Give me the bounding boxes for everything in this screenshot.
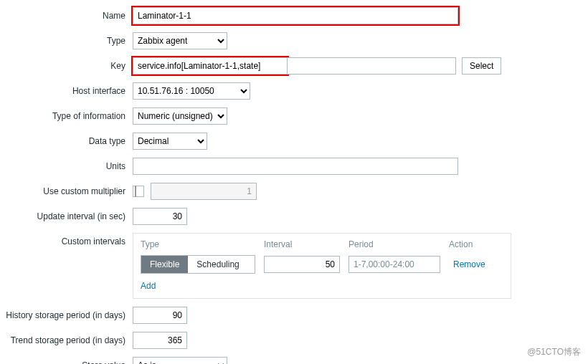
store-value-select[interactable]: As is <box>133 357 227 364</box>
scheduling-button[interactable]: Scheduling <box>188 256 247 273</box>
data-type-select[interactable]: Decimal <box>133 133 207 150</box>
units-label: Units <box>0 158 133 171</box>
multiplier-input <box>151 183 257 200</box>
update-interval-label: Update interval (in sec) <box>0 208 133 221</box>
history-storage-input[interactable] <box>133 307 187 324</box>
update-interval-input[interactable] <box>133 208 187 225</box>
add-link[interactable]: Add <box>141 281 156 291</box>
type-info-select[interactable]: Numeric (unsigned) <box>133 107 227 125</box>
multiplier-label: Use custom multiplier <box>0 183 133 196</box>
type-select[interactable]: Zabbix agent <box>133 32 227 49</box>
remove-link[interactable]: Remove <box>453 259 485 269</box>
interval-type-toggle: Flexible Scheduling <box>141 255 255 274</box>
trend-storage-label: Trend storage period (in days) <box>0 332 133 345</box>
custom-intervals-box: Type Interval Period Action Flexible Sch… <box>133 233 511 299</box>
name-label: Name <box>0 7 133 21</box>
type-label: Type <box>0 32 133 46</box>
intervals-header-period: Period <box>348 239 449 249</box>
select-button[interactable]: Select <box>462 57 501 75</box>
key-input-rest[interactable] <box>288 57 456 75</box>
intervals-header-action: Action <box>449 239 492 249</box>
custom-intervals-label: Custom intervals <box>0 233 133 246</box>
interval-value-input[interactable] <box>264 256 340 273</box>
intervals-header-type: Type <box>141 239 264 249</box>
key-input[interactable] <box>133 57 288 75</box>
data-type-label: Data type <box>0 133 133 146</box>
units-input[interactable] <box>133 158 458 175</box>
name-input[interactable] <box>133 7 458 24</box>
type-info-label: Type of information <box>0 107 133 121</box>
trend-storage-input[interactable] <box>133 332 187 349</box>
key-label: Key <box>0 57 133 71</box>
history-storage-label: History storage period (in days) <box>0 307 133 320</box>
multiplier-checkbox[interactable] <box>133 186 144 197</box>
interval-row: Flexible Scheduling Remove <box>141 255 503 274</box>
host-interface-select[interactable]: 10.51.76.16 : 10050 <box>133 82 250 100</box>
store-value-label: Store value <box>0 357 133 364</box>
host-interface-label: Host interface <box>0 82 133 96</box>
interval-period-input[interactable] <box>348 256 440 273</box>
watermark: @51CTO博客 <box>527 346 581 358</box>
flexible-button[interactable]: Flexible <box>141 256 188 273</box>
intervals-header-interval: Interval <box>264 239 348 249</box>
